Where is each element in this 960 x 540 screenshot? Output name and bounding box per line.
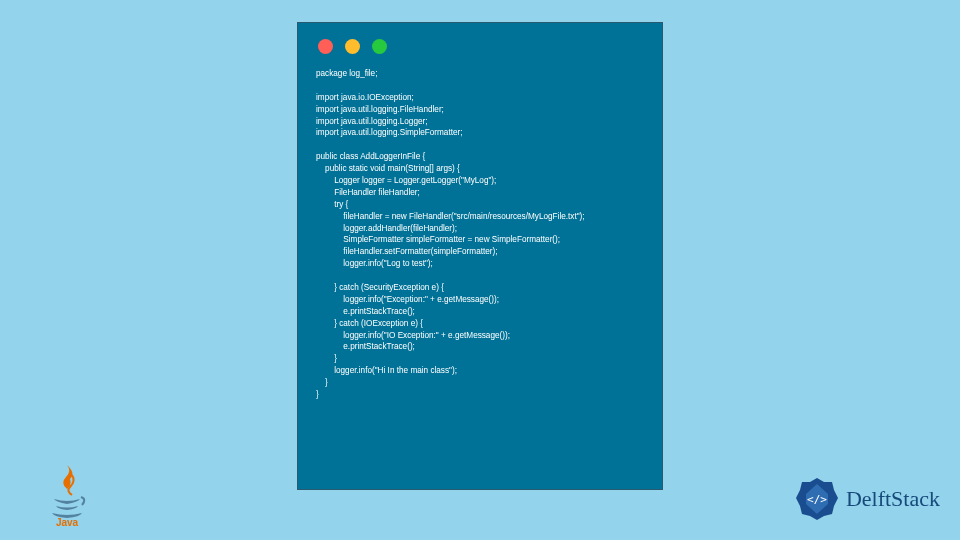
traffic-lights — [298, 23, 662, 62]
code-line: public class AddLoggerInFile { — [316, 152, 425, 161]
code-line: import java.util.logging.Logger; — [316, 117, 428, 126]
code-line: public static void main(String[] args) { — [316, 164, 460, 173]
code-line: logger.info("Exception:" + e.getMessage(… — [316, 295, 499, 304]
code-line: import java.io.IOException; — [316, 93, 414, 102]
code-line: import java.util.logging.SimpleFormatter… — [316, 128, 463, 137]
code-line: logger.addHandler(fileHandler); — [316, 224, 457, 233]
code-line: fileHandler = new FileHandler("src/main/… — [316, 212, 585, 221]
code-line: try { — [316, 200, 348, 209]
code-line: Logger logger = Logger.getLogger("MyLog"… — [316, 176, 496, 185]
code-line: import java.util.logging.FileHandler; — [316, 105, 444, 114]
code-line: } — [316, 378, 328, 387]
code-line: SimpleFormatter simpleFormatter = new Si… — [316, 235, 560, 244]
code-line: package log_file; — [316, 69, 377, 78]
minimize-icon — [345, 39, 360, 54]
delftstack-badge-icon: </> — [794, 476, 840, 522]
code-line: } — [316, 354, 337, 363]
code-line: } catch (SecurityException e) { — [316, 283, 444, 292]
svg-text:</>: </> — [807, 493, 827, 506]
java-logo-icon: Java — [42, 463, 92, 528]
svg-text:Java: Java — [56, 517, 79, 528]
code-line: logger.info("Hi In the main class"); — [316, 366, 457, 375]
code-line: e.printStackTrace(); — [316, 342, 415, 351]
code-line: logger.info("Log to test"); — [316, 259, 433, 268]
close-icon — [318, 39, 333, 54]
delftstack-logo: </> DelftStack — [794, 476, 940, 522]
code-window: package log_file; import java.io.IOExcep… — [297, 22, 663, 490]
delftstack-text: DelftStack — [846, 486, 940, 512]
maximize-icon — [372, 39, 387, 54]
code-line: fileHandler.setFormatter(simpleFormatter… — [316, 247, 498, 256]
code-line: } — [316, 390, 319, 399]
code-block: package log_file; import java.io.IOExcep… — [298, 62, 662, 407]
code-line: e.printStackTrace(); — [316, 307, 415, 316]
code-line: FileHandler fileHandler; — [316, 188, 420, 197]
code-line: } catch (IOException e) { — [316, 319, 423, 328]
code-line: logger.info("IO Exception:" + e.getMessa… — [316, 331, 510, 340]
